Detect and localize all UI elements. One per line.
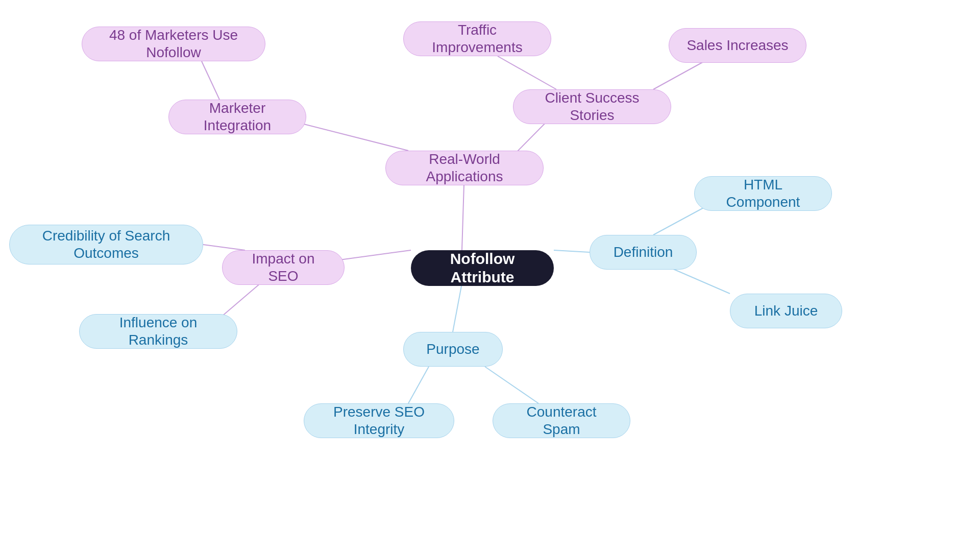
counteract-spam-node[interactable]: Counteract Spam — [493, 403, 630, 438]
48-marketers-node[interactable]: 48 of Marketers Use Nofollow — [82, 27, 265, 61]
sales-increases-node[interactable]: Sales Increases — [669, 28, 806, 63]
svg-line-2 — [554, 250, 590, 252]
purpose-node[interactable]: Purpose — [403, 332, 503, 367]
svg-line-9 — [203, 245, 245, 250]
impact-on-seo-node[interactable]: Impact on SEO — [222, 250, 345, 285]
html-component-node[interactable]: HTML Component — [694, 176, 832, 211]
svg-line-6 — [498, 56, 556, 89]
svg-line-7 — [653, 61, 704, 89]
preserve-seo-integrity-node[interactable]: Preserve SEO Integrity — [304, 403, 454, 438]
link-juice-node[interactable]: Link Juice — [730, 294, 842, 328]
traffic-improvements-node[interactable]: Traffic Improvements — [403, 21, 551, 56]
svg-line-14 — [485, 367, 538, 403]
client-success-stories-node[interactable]: Client Success Stories — [513, 89, 671, 124]
svg-line-13 — [408, 367, 429, 403]
svg-line-8 — [202, 61, 219, 100]
definition-node[interactable]: Definition — [590, 235, 697, 270]
center-node[interactable]: Nofollow Attribute — [411, 250, 554, 286]
influence-on-rankings-node[interactable]: Influence on Rankings — [79, 314, 237, 349]
real-world-applications-node[interactable]: Real-World Applications — [385, 151, 544, 185]
credibility-search-outcomes-node[interactable]: Credibility of Search Outcomes — [9, 225, 203, 265]
marketer-integration-node[interactable]: Marketer Integration — [168, 100, 306, 134]
svg-line-3 — [453, 283, 462, 332]
